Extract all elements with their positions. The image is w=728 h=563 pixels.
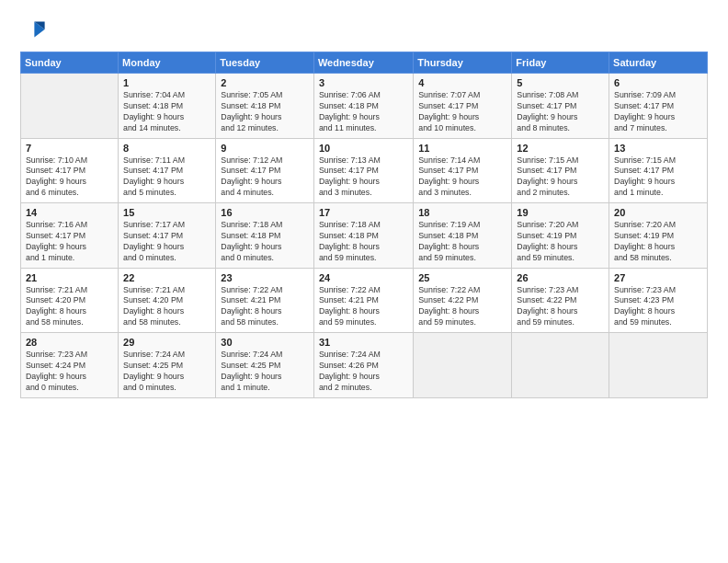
day-info: Sunrise: 7:12 AMSunset: 4:17 PMDaylight:…: [221, 155, 309, 200]
week-row-5: 28Sunrise: 7:23 AMSunset: 4:24 PMDayligh…: [21, 333, 708, 398]
day-cell: 11Sunrise: 7:14 AMSunset: 4:17 PMDayligh…: [414, 138, 512, 203]
logo: [20, 17, 50, 42]
day-number: 22: [123, 272, 210, 283]
day-number: 18: [418, 207, 506, 218]
day-cell: 1Sunrise: 7:04 AMSunset: 4:18 PMDaylight…: [119, 74, 216, 139]
day-info: Sunrise: 7:10 AMSunset: 4:17 PMDaylight:…: [26, 155, 113, 200]
day-cell: 16Sunrise: 7:18 AMSunset: 4:18 PMDayligh…: [216, 203, 314, 269]
day-cell: 5Sunrise: 7:08 AMSunset: 4:17 PMDaylight…: [512, 74, 609, 139]
day-info: Sunrise: 7:23 AMSunset: 4:23 PMDaylight:…: [614, 285, 702, 329]
day-cell: [414, 333, 512, 398]
day-number: 16: [221, 207, 309, 218]
day-number: 30: [221, 337, 309, 348]
day-info: Sunrise: 7:24 AMSunset: 4:26 PMDaylight:…: [319, 350, 408, 394]
day-info: Sunrise: 7:23 AMSunset: 4:24 PMDaylight:…: [26, 350, 113, 394]
day-cell: 6Sunrise: 7:09 AMSunset: 4:17 PMDaylight…: [609, 74, 708, 139]
day-cell: 23Sunrise: 7:22 AMSunset: 4:21 PMDayligh…: [216, 268, 314, 333]
day-cell: 13Sunrise: 7:15 AMSunset: 4:17 PMDayligh…: [609, 138, 708, 203]
day-cell: 26Sunrise: 7:23 AMSunset: 4:22 PMDayligh…: [512, 268, 609, 333]
logo-icon: [20, 17, 46, 42]
day-cell: 17Sunrise: 7:18 AMSunset: 4:18 PMDayligh…: [313, 203, 413, 269]
day-info: Sunrise: 7:17 AMSunset: 4:17 PMDaylight:…: [123, 220, 210, 264]
day-number: 20: [614, 207, 702, 218]
day-cell: 31Sunrise: 7:24 AMSunset: 4:26 PMDayligh…: [313, 333, 413, 398]
day-number: 26: [517, 272, 604, 283]
day-info: Sunrise: 7:11 AMSunset: 4:17 PMDaylight:…: [123, 155, 210, 200]
day-info: Sunrise: 7:09 AMSunset: 4:17 PMDaylight:…: [614, 90, 702, 134]
day-cell: 8Sunrise: 7:11 AMSunset: 4:17 PMDaylight…: [119, 138, 216, 203]
day-cell: 3Sunrise: 7:06 AMSunset: 4:18 PMDaylight…: [313, 74, 413, 139]
day-cell: 14Sunrise: 7:16 AMSunset: 4:17 PMDayligh…: [21, 203, 119, 269]
day-info: Sunrise: 7:20 AMSunset: 4:19 PMDaylight:…: [517, 220, 604, 264]
header: [20, 17, 708, 42]
day-info: Sunrise: 7:23 AMSunset: 4:22 PMDaylight:…: [517, 285, 604, 329]
day-info: Sunrise: 7:15 AMSunset: 4:17 PMDaylight:…: [614, 155, 702, 200]
day-cell: [609, 333, 708, 398]
day-info: Sunrise: 7:18 AMSunset: 4:18 PMDaylight:…: [319, 220, 408, 264]
week-row-3: 14Sunrise: 7:16 AMSunset: 4:17 PMDayligh…: [21, 203, 708, 269]
day-number: 14: [26, 207, 113, 218]
col-header-saturday: Saturday: [609, 52, 708, 74]
day-number: 12: [517, 143, 604, 154]
day-info: Sunrise: 7:13 AMSunset: 4:17 PMDaylight:…: [319, 155, 408, 200]
day-cell: 29Sunrise: 7:24 AMSunset: 4:25 PMDayligh…: [119, 333, 216, 398]
day-number: 3: [319, 77, 408, 88]
day-cell: 10Sunrise: 7:13 AMSunset: 4:17 PMDayligh…: [313, 138, 413, 203]
calendar: SundayMondayTuesdayWednesdayThursdayFrid…: [20, 52, 708, 398]
day-info: Sunrise: 7:24 AMSunset: 4:25 PMDaylight:…: [221, 350, 309, 394]
day-cell: [21, 74, 119, 139]
day-cell: 21Sunrise: 7:21 AMSunset: 4:20 PMDayligh…: [21, 268, 119, 333]
day-cell: 24Sunrise: 7:22 AMSunset: 4:21 PMDayligh…: [313, 268, 413, 333]
day-number: 17: [319, 207, 408, 218]
day-cell: 12Sunrise: 7:15 AMSunset: 4:17 PMDayligh…: [512, 138, 609, 203]
day-cell: 30Sunrise: 7:24 AMSunset: 4:25 PMDayligh…: [216, 333, 314, 398]
day-number: 6: [614, 77, 702, 88]
day-number: 9: [221, 143, 309, 154]
day-number: 4: [418, 77, 506, 88]
col-header-friday: Friday: [512, 52, 609, 74]
day-cell: [512, 333, 609, 398]
col-header-tuesday: Tuesday: [216, 52, 314, 74]
day-number: 13: [614, 143, 702, 154]
day-info: Sunrise: 7:22 AMSunset: 4:21 PMDaylight:…: [319, 285, 408, 329]
week-row-4: 21Sunrise: 7:21 AMSunset: 4:20 PMDayligh…: [21, 268, 708, 333]
day-info: Sunrise: 7:08 AMSunset: 4:17 PMDaylight:…: [517, 90, 604, 134]
day-number: 19: [517, 207, 604, 218]
day-cell: 15Sunrise: 7:17 AMSunset: 4:17 PMDayligh…: [119, 203, 216, 269]
day-number: 31: [319, 337, 408, 348]
calendar-header-row: SundayMondayTuesdayWednesdayThursdayFrid…: [21, 52, 708, 74]
day-info: Sunrise: 7:15 AMSunset: 4:17 PMDaylight:…: [517, 155, 604, 200]
day-cell: 22Sunrise: 7:21 AMSunset: 4:20 PMDayligh…: [119, 268, 216, 333]
day-number: 5: [517, 77, 604, 88]
day-info: Sunrise: 7:22 AMSunset: 4:21 PMDaylight:…: [221, 285, 309, 329]
day-cell: 9Sunrise: 7:12 AMSunset: 4:17 PMDaylight…: [216, 138, 314, 203]
day-number: 24: [319, 272, 408, 283]
day-cell: 19Sunrise: 7:20 AMSunset: 4:19 PMDayligh…: [512, 203, 609, 269]
day-cell: 18Sunrise: 7:19 AMSunset: 4:18 PMDayligh…: [414, 203, 512, 269]
day-number: 28: [26, 337, 113, 348]
day-number: 7: [26, 143, 113, 154]
day-number: 8: [123, 143, 210, 154]
day-number: 25: [418, 272, 506, 283]
col-header-thursday: Thursday: [414, 52, 512, 74]
day-info: Sunrise: 7:22 AMSunset: 4:22 PMDaylight:…: [418, 285, 506, 329]
day-info: Sunrise: 7:21 AMSunset: 4:20 PMDaylight:…: [26, 285, 113, 329]
day-cell: 25Sunrise: 7:22 AMSunset: 4:22 PMDayligh…: [414, 268, 512, 333]
day-number: 1: [123, 77, 210, 88]
col-header-wednesday: Wednesday: [313, 52, 413, 74]
day-cell: 7Sunrise: 7:10 AMSunset: 4:17 PMDaylight…: [21, 138, 119, 203]
day-info: Sunrise: 7:21 AMSunset: 4:20 PMDaylight:…: [123, 285, 210, 329]
day-info: Sunrise: 7:04 AMSunset: 4:18 PMDaylight:…: [123, 90, 210, 134]
week-row-2: 7Sunrise: 7:10 AMSunset: 4:17 PMDaylight…: [21, 138, 708, 203]
day-cell: 20Sunrise: 7:20 AMSunset: 4:19 PMDayligh…: [609, 203, 708, 269]
day-info: Sunrise: 7:14 AMSunset: 4:17 PMDaylight:…: [418, 155, 506, 200]
day-info: Sunrise: 7:20 AMSunset: 4:19 PMDaylight:…: [614, 220, 702, 264]
day-number: 21: [26, 272, 113, 283]
day-info: Sunrise: 7:05 AMSunset: 4:18 PMDaylight:…: [221, 90, 309, 134]
day-info: Sunrise: 7:16 AMSunset: 4:17 PMDaylight:…: [26, 220, 113, 264]
day-cell: 27Sunrise: 7:23 AMSunset: 4:23 PMDayligh…: [609, 268, 708, 333]
day-number: 29: [123, 337, 210, 348]
page: SundayMondayTuesdayWednesdayThursdayFrid…: [0, 0, 728, 563]
day-cell: 28Sunrise: 7:23 AMSunset: 4:24 PMDayligh…: [21, 333, 119, 398]
day-info: Sunrise: 7:19 AMSunset: 4:18 PMDaylight:…: [418, 220, 506, 264]
